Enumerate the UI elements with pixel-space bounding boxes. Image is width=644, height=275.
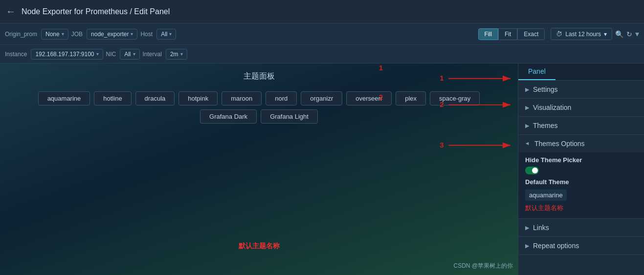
section-repeat-options-label: Repeat options [533,242,579,250]
section-themes-options: ▼ Themes Options Hide Theme Picker Defau… [518,135,644,219]
nic-label: NIC [106,51,116,58]
section-settings-header[interactable]: ▶ Settings [518,81,644,98]
tab-panel[interactable]: Panel [518,63,555,80]
default-theme-note-text: 默认主题名称 [525,204,637,212]
interval-dropdown[interactable]: 2m ▾ [166,49,187,60]
hide-theme-picker-label: Hide Theme Picker [525,156,637,164]
section-repeat-options: ▶ Repeat options [518,237,644,255]
zoom-out-icon[interactable]: 🔍 [615,30,623,38]
themes-options-body: Hide Theme Picker Default Theme aquamari… [518,152,644,218]
chevron-right-icon-viz: ▶ [525,105,529,111]
section-themes-label: Themes [533,122,558,129]
chart-panel: 主题面板 aquamarinehotlinedraculahotpinkmaro… [0,63,518,275]
svg-text:3: 3 [440,141,444,149]
chevron-right-icon-repeat: ▶ [525,243,529,249]
section-themes: ▶ Themes [518,117,644,135]
origin-prom-dropdown[interactable]: None ▾ [41,29,68,40]
clock-icon: ⏱ [556,30,562,38]
theme-chip-organizr[interactable]: organizr [301,91,342,106]
theme-chip-aquamarine[interactable]: aquamarine [38,91,90,106]
instance-dropdown[interactable]: 192.168.197.137:9100 ▾ [31,49,103,60]
back-button[interactable]: ← [6,6,16,17]
host-label: Host [140,31,153,38]
section-settings-label: Settings [533,85,558,93]
theme-chip-overseerr[interactable]: overseerr [346,91,392,106]
section-visualization-label: Visualization [533,104,571,111]
theme-chip-nord[interactable]: nord [266,91,297,106]
default-theme-value: aquamarine [525,190,567,201]
section-repeat-options-header[interactable]: ▶ Repeat options [518,237,644,254]
chevron-right-icon: ▶ [525,86,529,93]
hide-theme-picker-row [525,167,637,174]
header-bar: ← Node Exporter for Prometheus / Edit Pa… [0,0,644,23]
main-area: 主题面板 aquamarinehotlinedraculahotpinkmaro… [0,63,644,275]
default-theme-label: Default Theme [525,178,637,186]
job-dropdown[interactable]: node_exporter ▾ [87,29,137,40]
job-label: JOB [71,31,83,38]
theme-grid: aquamarinehotlinedraculahotpinkmaroonnor… [34,91,484,124]
chevron-right-icon-themes: ▶ [525,123,529,129]
section-links-header[interactable]: ▶ Links [518,219,644,236]
toolbar-row-1: Origin_prom None ▾ JOB node_exporter ▾ H… [0,23,644,45]
default-theme-note: 默认主题名称 [239,242,280,251]
fit-button[interactable]: Fit [498,28,517,40]
annotation-1: 1 [379,63,383,72]
fill-fit-group: Fill Fit Exact [478,28,545,40]
host-dropdown[interactable]: All ▾ [156,29,176,40]
panel-tab-bar: Panel [518,63,644,81]
theme-chip-hotpink[interactable]: hotpink [178,91,218,106]
right-panel: Panel ▶ Settings ▶ Visualization ▶ Theme… [518,63,644,275]
origin-prom-label: Origin_prom [5,31,37,38]
theme-chip-dracula[interactable]: dracula [135,91,175,106]
section-visualization: ▶ Visualization [518,99,644,117]
fill-button[interactable]: Fill [478,28,498,40]
theme-chip-grafana-light[interactable]: Grafana Light [261,109,318,124]
svg-text:1: 1 [440,74,444,82]
theme-chip-plex[interactable]: plex [396,91,426,106]
section-themes-header[interactable]: ▶ Themes [518,117,644,134]
theme-chip-grafana-dark[interactable]: Grafana Dark [200,109,257,124]
instance-label: Instance [5,51,27,58]
exact-button[interactable]: Exact [517,28,545,40]
section-links-label: Links [533,224,549,232]
csdn-credit: CSDN @苹果树上的你 [453,262,513,270]
time-range-button[interactable]: ⏱ Last 12 hours ▾ [551,28,612,40]
section-themes-options-label: Themes Options [534,140,585,148]
theme-chip-maroon[interactable]: maroon [222,91,262,106]
nic-dropdown[interactable]: All ▾ [120,49,139,60]
theme-chip-space-gray[interactable]: space-gray [430,91,480,106]
chevron-right-icon-links: ▶ [525,225,529,231]
section-visualization-header[interactable]: ▶ Visualization [518,99,644,116]
section-themes-options-header[interactable]: ▼ Themes Options [518,135,644,152]
refresh-icon[interactable]: ↻ [626,30,632,38]
interval-label: Interval [143,51,162,58]
chart-title: 主题面板 [244,71,275,82]
section-settings: ▶ Settings [518,81,644,99]
page-title: Node Exporter for Prometheus / Edit Pane… [22,7,170,16]
annotation-2: 2 [379,93,383,101]
chevron-down-icon-themes-options: ▼ [525,141,531,147]
section-links: ▶ Links [518,219,644,237]
theme-chip-hotline[interactable]: hotline [94,91,131,106]
toolbar-row-2: Instance 192.168.197.137:9100 ▾ NIC All … [0,45,644,63]
more-options-icon[interactable]: ▾ [635,29,639,39]
hide-theme-picker-toggle[interactable] [525,167,539,174]
